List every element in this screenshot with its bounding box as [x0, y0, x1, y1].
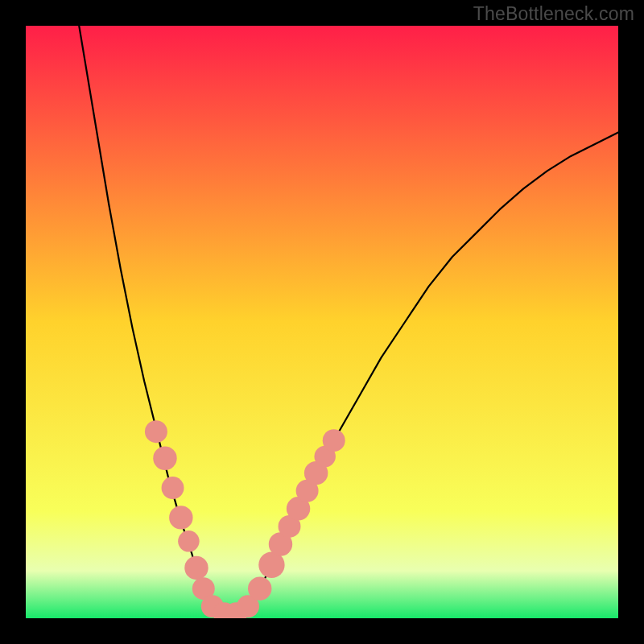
marker-m3 [162, 477, 184, 499]
marker-m2 [153, 447, 176, 470]
marker-m12 [248, 576, 271, 600]
chart-frame: TheBottleneck.com [0, 0, 644, 644]
marker-m4 [169, 506, 192, 529]
chart-svg [26, 26, 618, 618]
watermark-text: TheBottleneck.com [473, 3, 634, 25]
plot-area [26, 26, 618, 618]
marker-m1 [145, 420, 167, 443]
marker-m20 [323, 429, 345, 452]
marker-m5 [178, 530, 200, 552]
gradient-background [26, 26, 618, 618]
marker-m6 [184, 556, 208, 580]
